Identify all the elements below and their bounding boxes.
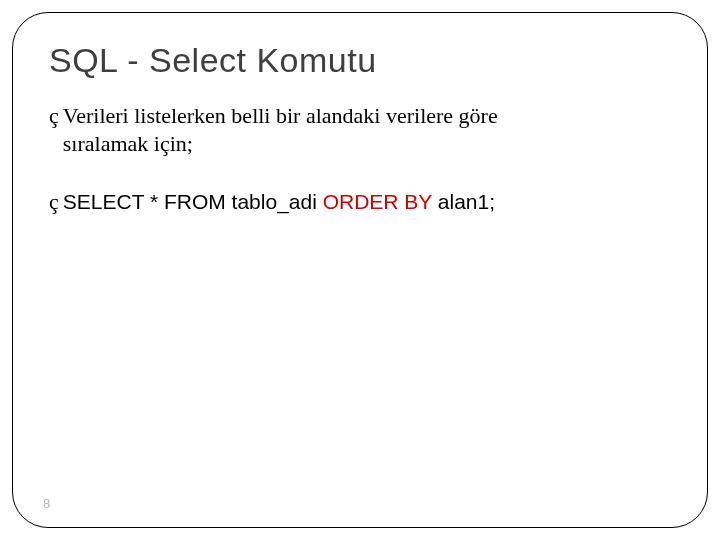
slide-frame: SQL - Select Komutu ç Verileri listelerk… bbox=[12, 12, 708, 528]
bullet-item-2: ç SELECT * FROM tablo_adi ORDER BY alan1… bbox=[49, 188, 671, 216]
sql-select-keyword: SELECT bbox=[63, 190, 144, 213]
bullet-glyph-icon: ç bbox=[49, 188, 59, 216]
sql-star-from: * FROM bbox=[144, 190, 232, 213]
bullet-1-line-2: sıralamak için; bbox=[63, 131, 193, 156]
sql-field-name: alan1; bbox=[438, 190, 495, 213]
bullet-1-line-1: Verileri listelerken belli bir alandaki … bbox=[63, 103, 498, 128]
sql-table-name: tablo_adi bbox=[232, 190, 317, 213]
sql-code-line: SELECT * FROM tablo_adi ORDER BY alan1; bbox=[63, 188, 495, 216]
bullet-glyph-icon: ç bbox=[49, 102, 59, 130]
bullet-text-1: Verileri listelerken belli bir alandaki … bbox=[63, 102, 498, 158]
slide-title: SQL - Select Komutu bbox=[49, 41, 671, 80]
page-number: 8 bbox=[43, 496, 50, 511]
bullet-item-1: ç Verileri listelerken belli bir alandak… bbox=[49, 102, 671, 158]
sql-orderby-keyword: ORDER BY bbox=[317, 190, 438, 213]
